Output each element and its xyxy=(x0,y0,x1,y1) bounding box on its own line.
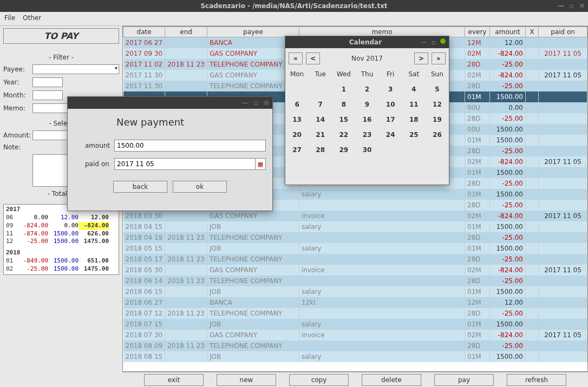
dialog-titlebar[interactable]: — ▫ xyxy=(68,97,272,109)
calendar-day[interactable]: 15 xyxy=(332,112,355,127)
calendar-day[interactable]: 3 xyxy=(379,82,402,97)
calendar-day[interactable]: 29 xyxy=(332,142,355,158)
calendar-day[interactable]: 14 xyxy=(309,112,332,127)
calendar-day[interactable]: 1 xyxy=(332,82,355,97)
calendar-dow: Mon xyxy=(285,67,309,82)
maximize-icon[interactable]: ▫ xyxy=(570,0,574,12)
calendar-day[interactable]: 6 xyxy=(285,97,309,112)
copy-button[interactable]: copy xyxy=(289,374,349,386)
calendar-prev-year-button[interactable]: « xyxy=(289,53,303,64)
calendar-picker-icon[interactable]: ▦ xyxy=(255,158,266,170)
minimize-icon[interactable]: — xyxy=(558,0,564,12)
calendar-day[interactable]: 5 xyxy=(426,82,449,97)
calendar-dow: Wed xyxy=(332,67,355,82)
table-row[interactable]: 2018 08 15JOBsalary01M1500.00 xyxy=(123,351,587,362)
dialog-close-icon[interactable] xyxy=(264,100,269,106)
dialog-back-button[interactable]: back xyxy=(113,181,167,193)
bottom-toolbar: exit new copy delete pay refresh xyxy=(122,372,588,387)
table-row[interactable]: 2018 07 15JOBsalary01M1500.00 xyxy=(123,319,587,330)
new-button[interactable]: new xyxy=(217,374,276,386)
dialog-paidon-input[interactable] xyxy=(114,158,256,170)
payee-select[interactable] xyxy=(32,64,119,74)
calendar-next-year-button[interactable]: » xyxy=(432,53,446,64)
table-row[interactable]: 2018 05 172018 11 23TELEPHONE COMPANY28D… xyxy=(123,254,587,265)
calendar-day[interactable]: 12 xyxy=(426,97,449,112)
table-row[interactable]: 2018 05 15JOBsalary01M1500.00 xyxy=(123,243,587,254)
col-paidon[interactable]: paid on xyxy=(539,27,587,37)
calendar-day[interactable]: 30 xyxy=(355,142,378,158)
dialog-paidon-label: paid on xyxy=(74,160,114,168)
col-amount[interactable]: amount xyxy=(490,27,526,37)
dialog-amount-input[interactable] xyxy=(114,140,266,152)
month-input[interactable] xyxy=(32,90,63,100)
calendar-day[interactable]: 25 xyxy=(402,127,426,142)
year-input[interactable] xyxy=(32,77,63,87)
sidebar-heading: TO PAY xyxy=(3,28,119,44)
calendar-day[interactable]: 24 xyxy=(379,127,402,142)
calendar-day[interactable]: 4 xyxy=(402,82,426,97)
calendar-day[interactable]: 20 xyxy=(285,127,309,142)
calendar-day[interactable]: 11 xyxy=(402,97,426,112)
calendar-dow: Tue xyxy=(309,67,332,82)
calendar-day[interactable]: 16 xyxy=(355,112,378,127)
calendar-day[interactable]: 7 xyxy=(309,97,332,112)
col-date[interactable]: date xyxy=(123,27,165,37)
calendar-minimize-icon[interactable]: — xyxy=(421,38,427,46)
pay-button[interactable]: pay xyxy=(434,374,494,386)
calendar-popup: Calendar — ▫ « < Nov 2017 > » MonTueWedT… xyxy=(285,36,449,185)
payee-label: Payee: xyxy=(3,65,32,73)
window-titlebar: Scadenzario - /media/NAS/Arti/Scadenzari… xyxy=(0,0,588,12)
col-end[interactable]: end xyxy=(165,27,207,37)
calendar-next-month-button[interactable]: > xyxy=(414,53,428,64)
col-every[interactable]: every xyxy=(465,27,490,37)
dialog-ok-button[interactable]: ok xyxy=(173,181,227,193)
table-row[interactable]: 2018 06 142018 11 23TELEPHONE COMPANY28D… xyxy=(123,276,587,286)
calendar-day[interactable]: 21 xyxy=(309,127,332,142)
calendar-day xyxy=(379,142,402,158)
calendar-day[interactable]: 26 xyxy=(426,127,449,142)
table-row[interactable]: 2018 07 30GAS COMPANYinvoice02M-824.0020… xyxy=(123,330,587,340)
calendar-day[interactable]: 27 xyxy=(285,142,309,158)
calendar-day xyxy=(402,142,426,158)
dialog-minimize-icon[interactable]: — xyxy=(242,99,249,107)
table-row[interactable]: 2018 05 30GAS COMPANYinvoice02M-824.0020… xyxy=(123,265,587,276)
calendar-day[interactable]: 8 xyxy=(332,97,355,112)
close-icon[interactable]: ✕ xyxy=(579,0,585,12)
calendar-dow: Sat xyxy=(402,67,426,82)
calendar-maximize-icon[interactable]: ▫ xyxy=(432,38,436,46)
calendar-day xyxy=(426,142,449,158)
calendar-day[interactable]: 17 xyxy=(379,112,402,127)
calendar-day[interactable]: 18 xyxy=(402,112,426,127)
calendar-day[interactable]: 28 xyxy=(309,142,332,158)
table-row[interactable]: 2018 06 27BANCA12kl12M12.00 xyxy=(123,297,587,308)
calendar-day[interactable]: 19 xyxy=(426,112,449,127)
note-label: Note: xyxy=(3,143,32,151)
calendar-title: Calendar xyxy=(316,38,415,46)
table-row[interactable]: 2018 03 30GAS COMPANYinvoice02M-824.0020… xyxy=(123,211,587,221)
calendar-day[interactable]: 9 xyxy=(355,97,378,112)
menu-other[interactable]: Other xyxy=(23,14,41,23)
calendar-day[interactable]: 22 xyxy=(332,127,355,142)
calendar-day[interactable]: 10 xyxy=(379,97,402,112)
dialog-maximize-icon[interactable]: ▫ xyxy=(254,99,258,107)
calendar-grid[interactable]: MonTueWedThuFriSatSun 123456789101112131… xyxy=(285,67,449,158)
table-row[interactable]: 2018 04 15JOBsalary01M1500.00 xyxy=(123,221,587,232)
col-x[interactable]: X xyxy=(526,27,539,37)
table-row[interactable]: 2018 04 192018 11 23TELEPHONE COMPANY28D… xyxy=(123,232,587,243)
exit-button[interactable]: exit xyxy=(144,374,204,386)
refresh-button[interactable]: refresh xyxy=(507,374,566,386)
calendar-day[interactable]: 23 xyxy=(355,127,378,142)
table-row[interactable]: 2018 07 122018 11 23TELEPHONE COMPANY28D… xyxy=(123,308,587,319)
table-row[interactable]: 2018 08 092018 11 23TELEPHONE COMPANY28D… xyxy=(123,340,587,351)
calendar-day[interactable]: 13 xyxy=(285,112,309,127)
year-label: Year: xyxy=(3,78,32,86)
new-payment-dialog: — ▫ New payment amount paid on ▦ back ok xyxy=(67,96,273,211)
calendar-day xyxy=(285,82,309,97)
calendar-day[interactable]: 2 xyxy=(355,82,378,97)
delete-button[interactable]: delete xyxy=(362,374,421,386)
calendar-day xyxy=(309,82,332,97)
menu-file[interactable]: File xyxy=(4,14,15,23)
calendar-close-icon[interactable] xyxy=(440,38,446,44)
table-row[interactable]: 2018 06 15JOBsalary01M1500.00 xyxy=(123,286,587,297)
calendar-prev-month-button[interactable]: < xyxy=(306,53,320,64)
